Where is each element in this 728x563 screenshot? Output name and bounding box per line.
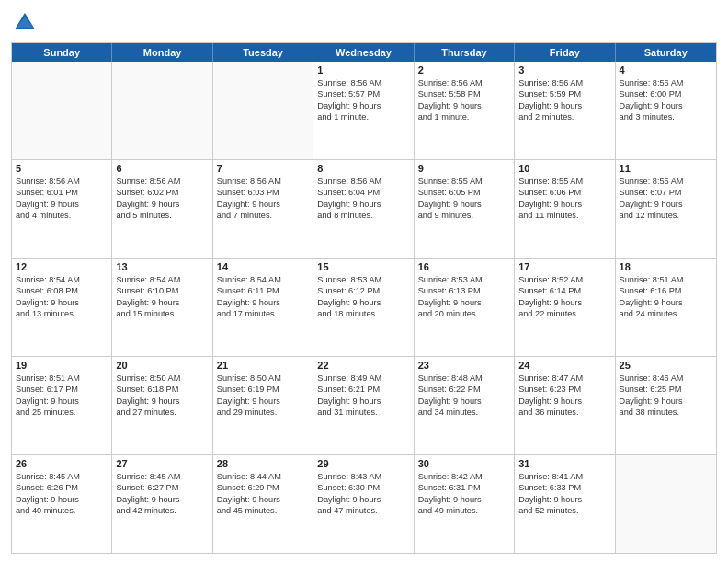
header-day-friday: Friday [515,43,615,62]
cell-line: Daylight: 9 hours [518,100,610,111]
header [11,9,717,37]
cell-line: Daylight: 9 hours [16,396,108,407]
cell-line: Sunset: 5:58 PM [418,88,510,99]
cell-line: Sunset: 6:13 PM [418,285,510,296]
cell-line: Sunset: 6:00 PM [620,88,712,99]
cell-line: Daylight: 9 hours [620,396,712,407]
cell-line: Sunrise: 8:49 AM [317,373,409,384]
cell-line: Daylight: 9 hours [116,494,208,505]
day-number: 5 [16,163,108,174]
calendar-cell-31: 31Sunrise: 8:41 AMSunset: 6:33 PMDayligh… [515,455,615,553]
cell-line: and 25 minutes. [16,407,108,418]
calendar-cell-13: 13Sunrise: 8:54 AMSunset: 6:10 PMDayligh… [112,259,212,356]
cell-line: Daylight: 9 hours [217,199,309,210]
cell-line: Sunset: 6:17 PM [16,384,108,395]
calendar-cell-4: 4Sunrise: 8:56 AMSunset: 6:00 PMDaylight… [616,62,716,159]
cell-line: Sunrise: 8:45 AM [16,471,108,482]
calendar-cell-18: 18Sunrise: 8:51 AMSunset: 6:16 PMDayligh… [616,259,716,356]
calendar-cell-empty-4-6 [616,455,716,553]
cell-line: Daylight: 9 hours [116,199,208,210]
cell-line: Daylight: 9 hours [317,100,409,111]
day-number: 14 [217,261,309,272]
calendar-row-1: 5Sunrise: 8:56 AMSunset: 6:01 PMDaylight… [12,159,716,258]
cell-line: Sunset: 6:04 PM [317,187,409,198]
day-number: 31 [518,458,610,469]
day-number: 25 [620,360,712,371]
day-number: 4 [620,64,712,75]
day-number: 20 [116,360,208,371]
cell-line: Sunset: 6:21 PM [317,384,409,395]
cell-line: and 3 minutes. [620,111,712,122]
cell-line: and 22 minutes. [518,308,610,319]
cell-line: Sunrise: 8:45 AM [116,471,208,482]
cell-line: and 1 minute. [418,111,510,122]
cell-line: Sunrise: 8:51 AM [16,373,108,384]
cell-line: Sunrise: 8:54 AM [217,274,309,285]
cell-line: and 40 minutes. [16,505,108,516]
calendar-row-4: 26Sunrise: 8:45 AMSunset: 6:26 PMDayligh… [12,454,716,553]
calendar-cell-24: 24Sunrise: 8:47 AMSunset: 6:23 PMDayligh… [515,357,615,454]
calendar-cell-22: 22Sunrise: 8:49 AMSunset: 6:21 PMDayligh… [313,357,414,454]
logo [11,9,42,37]
calendar-cell-8: 8Sunrise: 8:56 AMSunset: 6:04 PMDaylight… [313,160,414,258]
day-number: 3 [518,64,610,75]
cell-line: and 34 minutes. [418,407,510,418]
day-number: 9 [418,163,510,174]
cell-line: Sunset: 6:31 PM [418,482,510,493]
cell-line: Daylight: 9 hours [518,297,610,308]
cell-line: Sunset: 6:33 PM [518,482,610,493]
day-number: 2 [418,64,510,75]
cell-line: and 17 minutes. [217,308,309,319]
cell-line: Sunset: 6:07 PM [620,187,712,198]
svg-marker-1 [17,17,33,28]
cell-line: and 36 minutes. [518,407,610,418]
cell-line: Daylight: 9 hours [418,494,510,505]
cell-line: Daylight: 9 hours [217,494,309,505]
header-day-thursday: Thursday [415,43,515,62]
cell-line: and 49 minutes. [418,505,510,516]
calendar-cell-30: 30Sunrise: 8:42 AMSunset: 6:31 PMDayligh… [415,455,515,553]
cell-line: Daylight: 9 hours [16,494,108,505]
cell-line: Daylight: 9 hours [217,396,309,407]
cell-line: Sunrise: 8:56 AM [620,77,712,88]
calendar-cell-3: 3Sunrise: 8:56 AMSunset: 5:59 PMDaylight… [515,62,615,159]
calendar-cell-15: 15Sunrise: 8:53 AMSunset: 6:12 PMDayligh… [313,259,414,356]
cell-line: Sunrise: 8:44 AM [217,471,309,482]
calendar-row-2: 12Sunrise: 8:54 AMSunset: 6:08 PMDayligh… [12,258,716,356]
day-number: 11 [620,163,712,174]
cell-line: and 38 minutes. [620,407,712,418]
cell-line: Sunset: 6:02 PM [116,187,208,198]
header-day-sunday: Sunday [12,43,112,62]
cell-line: Daylight: 9 hours [620,100,712,111]
header-day-monday: Monday [112,43,212,62]
cell-line: and 45 minutes. [217,505,309,516]
cell-line: and 42 minutes. [116,505,208,516]
cell-line: and 9 minutes. [418,210,510,221]
calendar-cell-6: 6Sunrise: 8:56 AMSunset: 6:02 PMDaylight… [112,160,212,258]
calendar-cell-12: 12Sunrise: 8:54 AMSunset: 6:08 PMDayligh… [12,259,112,356]
calendar-row-3: 19Sunrise: 8:51 AMSunset: 6:17 PMDayligh… [12,356,716,454]
cell-line: Daylight: 9 hours [418,100,510,111]
day-number: 28 [217,458,309,469]
cell-line: Daylight: 9 hours [16,297,108,308]
cell-line: Sunrise: 8:54 AM [116,274,208,285]
cell-line: Sunset: 5:57 PM [317,88,409,99]
calendar-cell-empty-0-0 [12,62,112,159]
calendar-cell-26: 26Sunrise: 8:45 AMSunset: 6:26 PMDayligh… [12,455,112,553]
cell-line: Sunset: 5:59 PM [518,88,610,99]
cell-line: Sunset: 6:10 PM [116,285,208,296]
cell-line: Sunrise: 8:55 AM [620,176,712,187]
cell-line: and 7 minutes. [217,210,309,221]
cell-line: Sunrise: 8:52 AM [518,274,610,285]
cell-line: and 18 minutes. [317,308,409,319]
cell-line: Daylight: 9 hours [116,396,208,407]
day-number: 13 [116,261,208,272]
header-day-tuesday: Tuesday [213,43,313,62]
cell-line: Sunrise: 8:56 AM [16,176,108,187]
cell-line: and 2 minutes. [518,111,610,122]
logo-icon [11,9,39,37]
cell-line: Sunset: 6:27 PM [116,482,208,493]
calendar-cell-10: 10Sunrise: 8:55 AMSunset: 6:06 PMDayligh… [515,160,615,258]
calendar-cell-5: 5Sunrise: 8:56 AMSunset: 6:01 PMDaylight… [12,160,112,258]
cell-line: Sunset: 6:11 PM [217,285,309,296]
